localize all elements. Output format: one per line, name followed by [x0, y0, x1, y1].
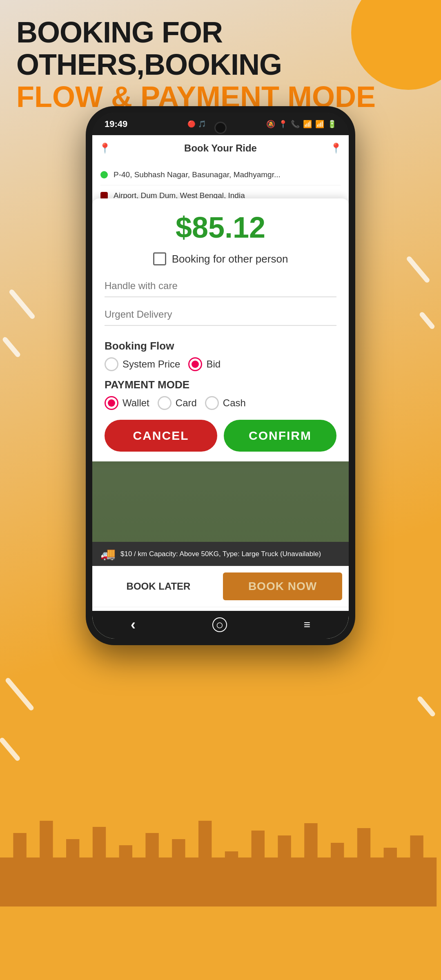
camera-notch — [214, 122, 227, 134]
action-buttons: CANCEL CONFIRM — [105, 420, 336, 452]
wallet-radio-fill — [108, 399, 115, 407]
confirm-button[interactable]: CONFIRM — [224, 420, 336, 452]
bid-radio-fill — [192, 361, 199, 368]
call-icon: 📞 — [291, 120, 300, 129]
booking-flow-radio-group: System Price Bid — [105, 357, 336, 371]
status-app-icons: 🔴 🎵 — [187, 120, 206, 128]
card-label: Card — [176, 397, 197, 409]
book-action-row: BOOK LATER BOOK NOW — [92, 566, 349, 607]
booking-for-other-row: Booking for other person — [105, 252, 336, 265]
menu-button[interactable]: ≡ — [304, 618, 310, 631]
bid-option[interactable]: Bid — [188, 357, 220, 371]
cash-label: Cash — [223, 397, 246, 409]
card-radio[interactable] — [158, 396, 172, 410]
signal-icon: 📶 — [315, 120, 324, 129]
status-icons: 🔕 📍 📞 📶 📶 🔋 — [266, 120, 336, 129]
app-background: 📍 Book Your Ride 📍 P-40, Subhash Nagar, … — [92, 135, 349, 639]
header-line1: BOOKING FOR OTHERS,BOOKING — [16, 16, 425, 81]
wifi-icon: 📶 — [303, 120, 312, 129]
deco-stroke-2 — [2, 336, 21, 358]
booking-for-other-label: Booking for other person — [172, 253, 288, 265]
app-icon-2: 🎵 — [198, 120, 206, 128]
battery-icon: 🔋 — [327, 120, 336, 129]
book-later-button[interactable]: BOOK LATER — [99, 573, 218, 599]
city-silhouette — [0, 784, 441, 906]
capacity-info-bar: 🚚 $10 / km Capacity: Above 50KG, Type: L… — [92, 542, 349, 566]
urgent-delivery-input[interactable] — [105, 304, 336, 326]
cash-option[interactable]: Cash — [205, 396, 246, 410]
back-button[interactable]: ‹ — [131, 616, 136, 633]
map-marker-right-icon: 📍 — [330, 143, 342, 154]
pickup-address: P-40, Subhash Nagar, Basunagar, Madhyamg… — [114, 170, 281, 179]
notification-icon: 🔴 — [187, 120, 196, 128]
bid-radio[interactable] — [188, 357, 202, 371]
deco-stroke-5 — [4, 677, 34, 711]
phone-frame: 19:49 🔴 🎵 🔕 📍 📞 📶 📶 🔋 — [86, 106, 355, 645]
bottom-bar: 🚚 $10 / km Capacity: Above 50KG, Type: L… — [92, 542, 349, 639]
status-time: 19:49 — [105, 119, 127, 129]
map-marker-left-icon: 📍 — [99, 143, 111, 154]
booking-modal: $85.12 Booking for other person Booking … — [92, 198, 349, 461]
cash-radio[interactable] — [205, 396, 219, 410]
phone-screen: 19:49 🔴 🎵 🔕 📍 📞 📶 📶 🔋 — [92, 113, 349, 639]
system-price-label: System Price — [122, 359, 180, 370]
deco-stroke-1 — [8, 289, 36, 320]
ride-header: 📍 Book Your Ride 📍 — [92, 135, 349, 161]
mute-icon: 🔕 — [266, 120, 275, 129]
capacity-text: $10 / km Capacity: Above 50KG, Type: Lar… — [120, 550, 321, 558]
wallet-option[interactable]: Wallet — [105, 396, 149, 410]
cancel-button[interactable]: CANCEL — [105, 420, 217, 452]
bid-label: Bid — [206, 359, 220, 370]
handle-with-care-input[interactable] — [105, 275, 336, 297]
deco-stroke-3 — [406, 256, 431, 284]
deco-stroke-6 — [0, 737, 21, 762]
card-option[interactable]: Card — [158, 396, 197, 410]
booking-for-other-checkbox[interactable] — [153, 252, 166, 265]
booking-flow-label: Booking Flow — [105, 340, 336, 352]
header-area: BOOKING FOR OTHERS,BOOKING FLOW & PAYMEN… — [16, 16, 425, 114]
system-price-radio[interactable] — [105, 357, 118, 371]
wallet-label: Wallet — [122, 397, 149, 409]
book-now-button[interactable]: BOOK NOW — [223, 572, 342, 600]
pickup-route-item: P-40, Subhash Nagar, Basunagar, Madhyamg… — [100, 166, 341, 183]
ride-title: Book Your Ride — [184, 143, 257, 154]
system-price-option[interactable]: System Price — [105, 357, 180, 371]
deco-stroke-7 — [416, 695, 436, 717]
wallet-radio[interactable] — [105, 396, 118, 410]
price-display: $85.12 — [105, 211, 336, 244]
system-nav-bar: ‹ ○ ≡ — [92, 611, 349, 639]
payment-mode-label: PAYMENT MODE — [105, 379, 336, 391]
deco-stroke-4 — [419, 311, 435, 330]
payment-mode-radio-group: Wallet Card Cash — [105, 396, 336, 410]
pickup-dot — [100, 171, 108, 178]
truck-icon: 🚚 — [100, 547, 116, 561]
location-icon: 📍 — [278, 120, 287, 129]
home-button[interactable]: ○ — [212, 617, 227, 632]
